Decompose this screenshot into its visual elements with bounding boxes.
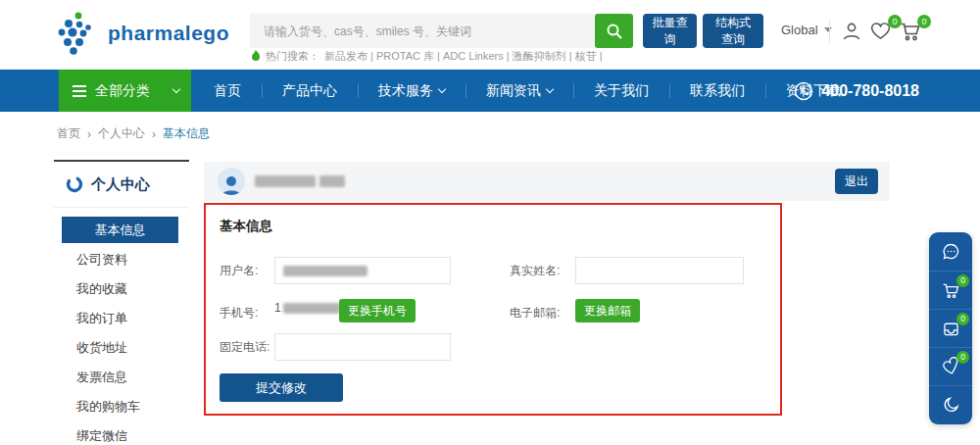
hot-search-label: 热门搜索： bbox=[266, 49, 319, 64]
batch-inquiry-button[interactable]: 批量查询 bbox=[643, 14, 697, 48]
main-navigation: 全部分类 首页 产品中心 技术服务 新闻资讯 关于我们 联系我们 资料下载 40… bbox=[0, 70, 980, 112]
inquiry-badge: 0 bbox=[956, 313, 969, 325]
sidebar-item-favorites[interactable]: 我的收藏 bbox=[54, 274, 189, 304]
username-input[interactable] bbox=[274, 257, 451, 284]
realname-input[interactable] bbox=[575, 257, 744, 284]
nav-item-about[interactable]: 关于我们 bbox=[573, 70, 669, 112]
masked-mobile-value: 1 bbox=[274, 301, 340, 315]
submit-changes-button[interactable]: 提交修改 bbox=[220, 373, 343, 402]
footprint-moon-icon bbox=[941, 395, 961, 416]
user-strip: 退出 bbox=[204, 162, 890, 201]
sidebar-header: 个人中心 bbox=[54, 162, 189, 208]
nav-item-contact[interactable]: 联系我们 bbox=[669, 70, 765, 112]
history-button[interactable] bbox=[929, 385, 972, 423]
breadcrumb-home[interactable]: 首页 bbox=[57, 125, 80, 142]
sidebar-item-shipping-address[interactable]: 收货地址 bbox=[54, 333, 189, 363]
avatar bbox=[218, 168, 245, 195]
hot-search: 热门搜索： 新品发布 | PROTAC 库 | ADC Linkers | 激酶… bbox=[251, 49, 603, 64]
header: pharmalego 批量查询 结构式查询 热门搜索： 新品发布 | PROTA… bbox=[0, 0, 980, 70]
hotline: 400-780-8018 bbox=[794, 70, 919, 112]
sidebar-item-company-profile[interactable]: 公司资料 bbox=[54, 245, 189, 274]
breadcrumb-separator: › bbox=[152, 127, 156, 141]
landline-input[interactable] bbox=[274, 333, 451, 361]
chevron-down-icon bbox=[172, 85, 180, 93]
phone-number: 400-780-8018 bbox=[821, 82, 919, 100]
chat-icon bbox=[941, 241, 961, 262]
sidebar-title: 个人中心 bbox=[91, 175, 150, 194]
cart-quick-badge: 0 bbox=[956, 274, 969, 287]
hot-search-items[interactable]: 新品发布 | PROTAC 库 | ADC Linkers | 激酶抑制剂 | … bbox=[324, 49, 603, 64]
flame-icon bbox=[251, 50, 261, 63]
chevron-down-icon bbox=[438, 85, 446, 93]
landline-label: 固定电话: bbox=[220, 333, 270, 361]
breadcrumb: 首页 › 个人中心 › 基本信息 bbox=[57, 125, 210, 142]
sidebar-item-invoice-info[interactable]: 发票信息 bbox=[54, 363, 189, 392]
nav-item-products[interactable]: 产品中心 bbox=[262, 70, 358, 112]
masked-username bbox=[255, 175, 345, 187]
nav-items: 首页 产品中心 技术服务 新闻资讯 关于我们 联系我们 资料下载 bbox=[193, 70, 861, 112]
logo[interactable]: pharmalego bbox=[57, 11, 229, 56]
account-button[interactable] bbox=[840, 20, 865, 45]
username-label: 用户名: bbox=[220, 257, 258, 284]
realname-label: 真实姓名: bbox=[510, 257, 560, 284]
sidebar-item-basic-info[interactable]: 基本信息 bbox=[62, 217, 178, 243]
locale-selector[interactable]: Global bbox=[781, 23, 832, 37]
all-categories-button[interactable]: 全部分类 bbox=[59, 70, 191, 112]
all-categories-label: 全部分类 bbox=[95, 82, 150, 100]
account-sidebar: 个人中心 基本信息 公司资料 我的收藏 我的订单 收货地址 发票信息 我的购物车… bbox=[54, 160, 189, 445]
sidebar-item-bind-wechat[interactable]: 绑定微信 bbox=[54, 421, 189, 445]
person-icon bbox=[840, 20, 865, 43]
inquiry-list-button[interactable]: 0 bbox=[929, 309, 972, 347]
logo-text: pharmalego bbox=[108, 22, 229, 45]
section-title: 基本信息 bbox=[220, 218, 272, 235]
cart-button[interactable]: 0 bbox=[899, 20, 924, 45]
change-email-button[interactable]: 更换邮箱 bbox=[575, 299, 640, 322]
phone-icon bbox=[794, 81, 813, 101]
personal-center-icon bbox=[66, 175, 83, 193]
change-mobile-button[interactable]: 更换手机号 bbox=[339, 299, 416, 322]
mobile-label: 手机号: bbox=[220, 299, 258, 326]
sidebar-item-orders[interactable]: 我的订单 bbox=[54, 304, 189, 333]
nav-item-home[interactable]: 首页 bbox=[193, 70, 262, 112]
sidebar-item-shopping-cart[interactable]: 我的购物车 bbox=[54, 392, 189, 421]
cart-badge: 0 bbox=[917, 15, 931, 28]
nav-item-services[interactable]: 技术服务 bbox=[358, 70, 466, 112]
page: pharmalego 批量查询 结构式查询 热门搜索： 新品发布 | PROTA… bbox=[0, 0, 980, 445]
breadcrumb-separator: › bbox=[87, 127, 91, 141]
email-label: 电子邮箱: bbox=[510, 299, 560, 326]
hamburger-icon bbox=[73, 85, 86, 97]
logout-button[interactable]: 退出 bbox=[835, 169, 878, 194]
logo-molecule-icon bbox=[57, 11, 100, 56]
chevron-down-icon bbox=[546, 85, 554, 93]
chevron-down-icon bbox=[824, 27, 832, 32]
breadcrumb-section[interactable]: 个人中心 bbox=[98, 125, 145, 142]
search-input[interactable] bbox=[250, 14, 595, 48]
favorites-button[interactable]: 0 bbox=[869, 20, 895, 45]
structure-search-button[interactable]: 结构式查询 bbox=[703, 14, 763, 48]
cart-quick-button[interactable]: 0 bbox=[929, 271, 972, 309]
floating-toolbar: 0 0 0 bbox=[929, 232, 972, 424]
customer-service-button[interactable] bbox=[929, 232, 972, 271]
nav-item-news[interactable]: 新闻资讯 bbox=[466, 70, 573, 112]
breadcrumb-current: 基本信息 bbox=[163, 125, 210, 142]
search-button[interactable] bbox=[595, 14, 633, 48]
sidebar-menu: 基本信息 公司资料 我的收藏 我的订单 收货地址 发票信息 我的购物车 绑定微信 bbox=[54, 208, 189, 445]
basic-info-form: 基本信息 用户名: 真实姓名: 手机号: 1 更换手机号 电子邮箱: 更换邮箱 … bbox=[204, 203, 782, 416]
favorites-quick-button[interactable]: 0 bbox=[929, 347, 972, 385]
favorites-quick-badge: 0 bbox=[956, 351, 969, 364]
header-divider bbox=[829, 20, 830, 43]
search-icon bbox=[606, 23, 623, 40]
locale-label: Global bbox=[781, 23, 818, 37]
